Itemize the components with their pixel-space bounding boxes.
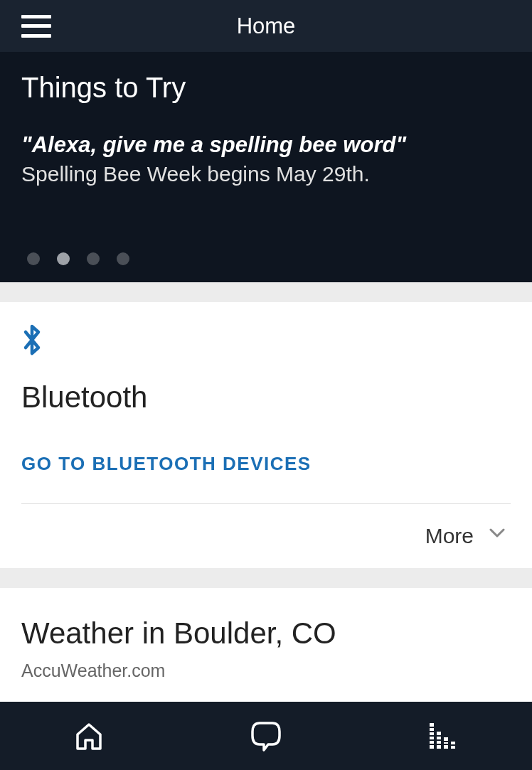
page-title: Home bbox=[237, 14, 296, 39]
home-icon bbox=[73, 720, 105, 752]
carousel-quote: "Alexa, give me a spelling bee word" bbox=[21, 132, 511, 158]
bluetooth-card: Bluetooth GO TO BLUETOOTH DEVICES More bbox=[0, 302, 532, 568]
carousel-dots bbox=[27, 252, 129, 265]
bluetooth-devices-link[interactable]: GO TO BLUETOOTH DEVICES bbox=[21, 453, 511, 475]
nav-chat-button[interactable] bbox=[248, 717, 284, 754]
bottom-nav bbox=[0, 702, 532, 770]
weather-card[interactable]: Weather in Boulder, CO AccuWeather.com bbox=[0, 588, 532, 702]
carousel-dot-2[interactable] bbox=[87, 252, 100, 265]
carousel-dot-0[interactable] bbox=[27, 252, 40, 265]
weather-title: Weather in Boulder, CO bbox=[21, 616, 511, 651]
bluetooth-icon bbox=[21, 323, 511, 360]
chat-icon bbox=[250, 720, 282, 752]
svg-rect-2 bbox=[444, 737, 448, 749]
nav-equalizer-button[interactable] bbox=[425, 717, 462, 754]
carousel-heading: Things to Try bbox=[21, 72, 511, 104]
carousel-subtitle: Spelling Bee Week begins May 29th. bbox=[21, 162, 511, 186]
carousel-dot-3[interactable] bbox=[117, 252, 129, 265]
bluetooth-title: Bluetooth bbox=[21, 380, 511, 415]
section-gap bbox=[0, 282, 532, 302]
things-to-try-carousel[interactable]: Things to Try "Alexa, give me a spelling… bbox=[0, 52, 532, 282]
equalizer-icon bbox=[427, 722, 459, 750]
app-header: Home bbox=[0, 0, 532, 52]
weather-source: AccuWeather.com bbox=[21, 661, 511, 681]
menu-button[interactable] bbox=[21, 15, 51, 38]
carousel-dot-1[interactable] bbox=[57, 252, 70, 265]
section-gap bbox=[0, 568, 532, 588]
more-row[interactable]: More bbox=[21, 504, 511, 568]
more-label: More bbox=[425, 524, 474, 548]
chevron-down-icon bbox=[489, 528, 505, 544]
nav-home-button[interactable] bbox=[70, 717, 107, 754]
